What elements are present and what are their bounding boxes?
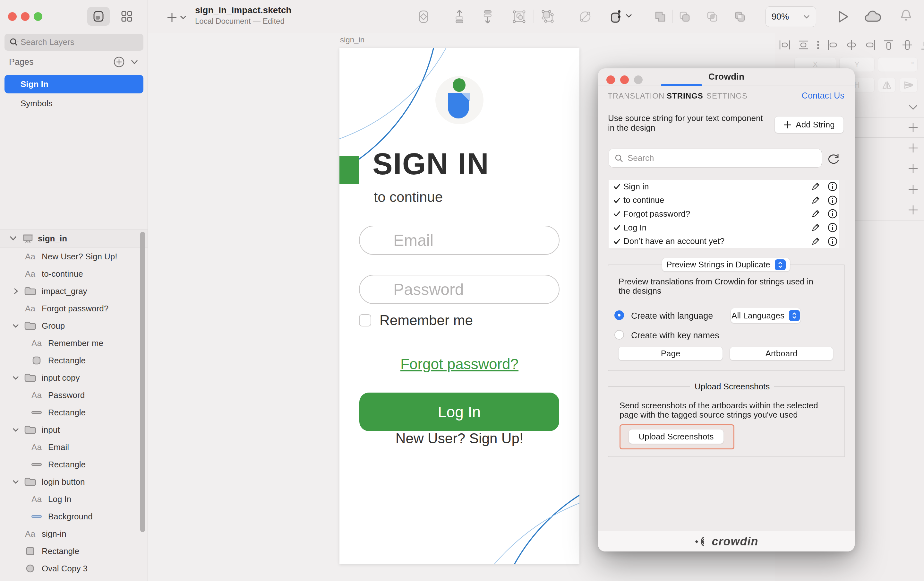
string-row[interactable]: Don’t have an account yet? [609, 234, 845, 248]
string-search-input[interactable] [627, 153, 807, 163]
collapse-section-chevron-icon[interactable] [907, 103, 919, 112]
language-select[interactable]: All Languages [731, 308, 801, 323]
remember-me-checkbox[interactable] [359, 314, 371, 326]
layer-row[interactable]: Aato-continue [0, 265, 141, 283]
add-fill-button[interactable] [908, 142, 919, 154]
edit-pencil-icon[interactable] [811, 195, 820, 205]
align-bottom-icon[interactable] [919, 39, 924, 51]
refresh-icon[interactable] [827, 152, 840, 165]
send-backward-button[interactable] [480, 9, 495, 25]
list-scrollbar-track[interactable] [839, 180, 845, 248]
contact-us-link[interactable]: Contact Us [802, 91, 845, 101]
boolean-difference-button[interactable] [732, 9, 747, 25]
log-in-button[interactable]: Log In [359, 392, 559, 431]
add-page-button[interactable] [113, 56, 125, 68]
create-symbol-button[interactable] [416, 9, 431, 25]
chevron-down-icon[interactable] [9, 235, 17, 242]
add-blur-button[interactable] [908, 204, 919, 216]
add-style-button[interactable] [908, 122, 919, 133]
string-row[interactable]: Log In [609, 221, 845, 235]
maximize-window-button[interactable] [34, 12, 42, 21]
edit-shape-button[interactable] [608, 9, 624, 25]
artboard-button[interactable]: Artboard [729, 347, 833, 361]
sidebar-page-symbols[interactable]: Symbols [5, 94, 144, 113]
layer-row[interactable]: AaForgot password? [0, 300, 141, 317]
layer-row[interactable]: input [0, 421, 141, 439]
layer-row[interactable]: AaRemember me [0, 334, 141, 352]
sidebar-scrollbar[interactable] [140, 232, 145, 532]
collapse-pages-chevron-icon[interactable] [130, 59, 139, 66]
artboard-sign-in[interactable]: SIGN IN to continue Remember me Forgot p… [340, 48, 579, 564]
zoom-level-select[interactable]: 90% [766, 7, 816, 27]
string-row[interactable]: Forgot password? [609, 207, 845, 221]
info-icon[interactable] [827, 209, 838, 219]
create-with-key-names-radio[interactable] [614, 330, 624, 339]
group-button[interactable] [512, 9, 527, 25]
page-button[interactable]: Page [618, 347, 723, 361]
string-row[interactable]: to continue [609, 194, 845, 207]
layer-row[interactable]: Oval Copy 3 [0, 560, 141, 577]
edit-pencil-icon[interactable] [811, 223, 820, 232]
layer-row[interactable]: input copy [0, 369, 141, 386]
layer-search-input[interactable] [20, 37, 126, 48]
rotation-field[interactable]: ° [878, 57, 917, 72]
flip-vertical-button[interactable] [899, 78, 917, 93]
info-icon[interactable] [827, 181, 838, 192]
more-options-icon[interactable] [815, 39, 821, 51]
tab-strings[interactable]: STRINGS [667, 91, 703, 101]
string-search-field[interactable] [609, 149, 822, 167]
distribute-vertical-icon[interactable] [796, 39, 810, 51]
layer-row[interactable]: AaNew User? Sign Up! [0, 248, 141, 265]
toggle-layer-list-button[interactable] [87, 7, 110, 26]
add-string-button[interactable]: Add String [774, 116, 844, 133]
insert-chevron-icon[interactable] [179, 14, 187, 20]
toggle-components-view-button[interactable] [117, 7, 137, 26]
layer-row[interactable]: impact_gray [0, 283, 141, 300]
document-title[interactable]: sign_in_impact.sketch [195, 5, 291, 15]
layer-row[interactable]: AaLog In [0, 490, 141, 508]
align-center-horizontal-icon[interactable] [845, 39, 858, 51]
edit-pencil-icon[interactable] [811, 209, 820, 218]
layer-row[interactable]: Aasign-in [0, 525, 141, 543]
notifications-bell-button[interactable] [898, 7, 914, 26]
layer-row[interactable]: Background [0, 508, 141, 525]
layer-row[interactable]: Group [0, 317, 141, 334]
artboard-layer-header[interactable]: sign_in [0, 230, 148, 247]
edit-shape-chevron-icon[interactable] [625, 13, 633, 18]
layer-row[interactable]: Rectangle [0, 543, 141, 560]
info-icon[interactable] [827, 195, 838, 205]
align-left-icon[interactable] [826, 39, 840, 51]
layer-row[interactable]: login button [0, 473, 141, 490]
cloud-share-button[interactable] [863, 9, 882, 25]
minimize-window-button[interactable] [21, 12, 30, 21]
flip-horizontal-button[interactable] [878, 78, 896, 93]
edit-pencil-icon[interactable] [811, 182, 820, 191]
create-with-language-label[interactable]: Create with language [631, 311, 713, 321]
layer-search-field[interactable] [5, 34, 144, 51]
add-border-button[interactable] [908, 163, 919, 174]
layer-row[interactable]: AaEmail [0, 439, 141, 456]
insert-plus-button[interactable] [165, 11, 178, 24]
sign-up-text[interactable]: New User? Sign Up! [340, 430, 579, 447]
align-middle-vertical-icon[interactable] [900, 39, 914, 51]
distribute-horizontal-icon[interactable] [778, 39, 792, 51]
boolean-subtract-button[interactable] [677, 9, 692, 25]
crowdin-logo-wordmark[interactable]: crowdin [711, 535, 758, 548]
layer-row[interactable]: Rectangle [0, 456, 141, 473]
close-window-button[interactable] [8, 12, 16, 21]
create-with-key-names-label[interactable]: Create with key names [631, 331, 719, 341]
email-field[interactable] [359, 226, 559, 255]
layer-row[interactable]: Rectangle [0, 352, 141, 369]
info-icon[interactable] [827, 236, 838, 247]
string-row[interactable]: Sign in [609, 180, 845, 194]
align-right-icon[interactable] [863, 39, 877, 51]
info-icon[interactable] [827, 222, 838, 233]
ungroup-button[interactable] [540, 9, 555, 25]
create-with-language-radio[interactable] [614, 310, 624, 320]
tab-translation[interactable]: TRANSLATION [608, 91, 665, 101]
add-shadow-button[interactable] [908, 184, 919, 195]
layer-row[interactable]: AaPassword [0, 386, 141, 404]
preview-strings-mode-select[interactable]: Preview Strings in Duplicate [662, 258, 790, 271]
boolean-intersect-button[interactable] [705, 9, 720, 25]
bring-forward-button[interactable] [452, 9, 467, 25]
